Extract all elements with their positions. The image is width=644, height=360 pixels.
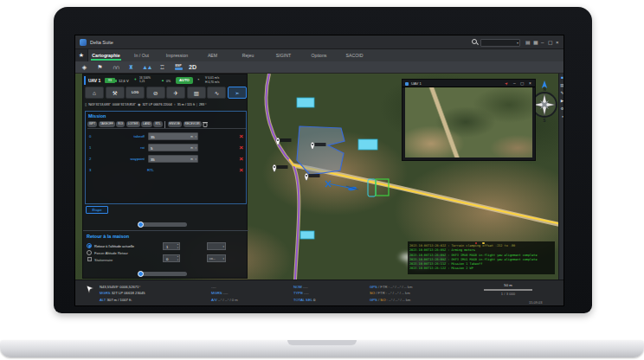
rail-button[interactable]: ▥ [187, 87, 206, 99]
delete-waypoint-button[interactable]: × [239, 132, 243, 141]
tab-in-out[interactable]: In / Out [124, 49, 159, 61]
roi-button[interactable]: ROI [116, 121, 125, 127]
globe-layers-icon[interactable]: ◈ [79, 62, 90, 73]
receive-mission-button[interactable]: RECEVOIR [184, 121, 202, 127]
uav-drone-icon[interactable] [325, 181, 358, 191]
tab-cartographie[interactable]: Cartographie [88, 49, 124, 61]
status-bar: N43,55459° 0006,52671° MGRS 32T LP 06618… [75, 280, 564, 306]
takeoff-button[interactable]: ✈ [166, 87, 185, 99]
tab-sacoid[interactable]: SACOID [337, 49, 372, 61]
map-pin[interactable] [273, 164, 288, 172]
land-button[interactable]: LAND [141, 121, 152, 127]
wp-altitude-input[interactable]: 35 m ▾ [148, 155, 198, 163]
rtl-button[interactable]: RTL [153, 121, 162, 127]
tab-sigint[interactable]: SIGINT [266, 49, 301, 61]
select-cursor-icon[interactable]: ▶ [561, 99, 564, 103]
video-maximize-button[interactable]: ▢ [520, 81, 525, 86]
close-button[interactable]: × [556, 39, 559, 46]
stationary-checkbox[interactable] [87, 257, 92, 261]
laptop-base [0, 340, 644, 357]
maximize-button[interactable]: ▢ [548, 39, 553, 46]
mission-progress-slider[interactable] [138, 222, 187, 227]
draw-icon[interactable]: ✎ [561, 91, 564, 95]
video-close-button[interactable]: × [529, 81, 531, 86]
rth-slider[interactable] [138, 272, 187, 276]
observer-icon[interactable]: ⚑ [94, 62, 106, 73]
corridor-line-purple [266, 74, 299, 280]
esp-tool-icon[interactable]: ESP [172, 64, 184, 71]
rth-altitude-stepper[interactable]: 1 ▴▾ [163, 242, 180, 250]
tab-rejeu[interactable]: Rejeu [230, 49, 266, 61]
binoculars-icon[interactable]: ∩∩ [110, 62, 121, 73]
chevron-down-icon[interactable]: ▾ [222, 245, 224, 248]
chevron-down-icon[interactable]: ▾ [195, 135, 196, 138]
tab-aem[interactable]: AEM [195, 49, 230, 61]
info-marker-2[interactable] [358, 139, 377, 150]
panel-toggle-icon[interactable]: ▤ [525, 39, 531, 46]
layers-panel-icon[interactable]: ▤ [560, 83, 564, 87]
search-icon[interactable] [472, 39, 477, 44]
map-pin[interactable] [276, 138, 292, 145]
send-mission-button[interactable]: ENVOIE [168, 121, 182, 127]
rth-hover-stepper[interactable]: 0 ▴▾ [163, 254, 180, 262]
wp-altitude-input[interactable]: 35 m ▾ [148, 132, 198, 140]
stepper-arrows[interactable]: ▴▾ [177, 243, 178, 250]
log-button[interactable]: LOG [126, 87, 145, 99]
message-console[interactable]: 2023-10-06T13:26:02Z : Terrain clamping … [408, 241, 555, 274]
scale-ratio: 1 / 3 000 [473, 292, 543, 296]
tools-button[interactable]: ⚒ [106, 87, 125, 99]
mission-route-button[interactable]: ➣ [228, 87, 247, 99]
antenna-tower-icon[interactable]: ♜ [126, 62, 137, 73]
measure-icon[interactable]: ■ [561, 75, 564, 80]
gps-ftr-value: / FTR : --° / --° / -- km [377, 285, 413, 289]
delete-waypoint-button[interactable]: × [239, 143, 243, 152]
delete-waypoint-button[interactable]: × [239, 165, 243, 175]
loiter-button[interactable]: LOITER [126, 121, 140, 127]
search-input[interactable]: ▾ [480, 39, 520, 47]
home-button[interactable]: ⌂ [85, 87, 104, 99]
info-marker-3[interactable] [300, 231, 314, 239]
radio-force-altitude[interactable] [87, 250, 92, 255]
video-window-titlebar[interactable]: UAV 1 ➤ – ▢ × [402, 80, 535, 87]
compass-s: S [543, 119, 545, 123]
type-label: TYPE [293, 291, 303, 295]
grid-view-icon[interactable]: ▦ [533, 39, 538, 46]
chevron-down-icon[interactable]: ▾ [195, 158, 196, 161]
nofly-button[interactable]: ⊘ [146, 87, 165, 99]
radio-current-altitude[interactable] [87, 243, 92, 248]
minimize-button[interactable]: – [541, 39, 544, 46]
delete-waypoint-button[interactable]: × [239, 154, 243, 164]
chevron-down-icon[interactable]: ▾ [222, 257, 224, 260]
takeoff-wp-button[interactable]: TAKEOFF [99, 121, 115, 127]
info-marker-1[interactable] [297, 98, 314, 107]
wp-altitude-input[interactable]: 5 m ▾ [148, 144, 198, 151]
chevron-down-icon[interactable]: ▾ [517, 41, 518, 45]
terrain-icon[interactable]: ▲▲ [141, 62, 152, 73]
orbit-icon[interactable]: ◑ [561, 114, 564, 119]
flight-mode-badge[interactable]: AUTO [176, 77, 193, 85]
trash-icon[interactable] [203, 121, 208, 127]
map-view[interactable]: N E S W UAV 1 ➤ – ▢ × [75, 74, 564, 280]
rth-hover-unit-select[interactable]: co... ▾ [207, 254, 226, 262]
map-toolbar: ◈ ⚑ ∩∩ ♜ ▲▲ ♖ ESP 2D [75, 61, 564, 74]
rth-altitude-unit-select[interactable]: ▾ [207, 242, 226, 250]
wpt-button[interactable]: WPT [87, 121, 97, 127]
stepper-arrows[interactable]: ▴▾ [177, 255, 178, 262]
pin-icon[interactable]: ➤ [504, 80, 509, 86]
favorites-star-icon[interactable]: ★ [75, 49, 88, 61]
uav-accent-bar [84, 76, 86, 85]
settings-gear-icon[interactable]: ⚙ [560, 106, 564, 111]
etape-button[interactable]: Étape [86, 206, 108, 214]
video-window[interactable]: UAV 1 ➤ – ▢ × [402, 79, 536, 161]
slider-thumb[interactable] [138, 222, 144, 228]
slider-thumb[interactable] [138, 271, 144, 277]
video-minimize-button[interactable]: – [513, 81, 516, 86]
chevron-down-icon[interactable]: ▾ [195, 146, 196, 150]
lighthouse-icon[interactable]: ♖ [157, 62, 168, 73]
telemetry-button[interactable]: ∿ [207, 87, 226, 99]
mission-area-polygon[interactable] [297, 126, 345, 175]
mode-2d-button[interactable]: 2D [189, 64, 196, 70]
tab-options[interactable]: Options [301, 49, 337, 61]
tab-impression[interactable]: Impression [159, 49, 195, 61]
map-pin[interactable] [305, 173, 320, 181]
